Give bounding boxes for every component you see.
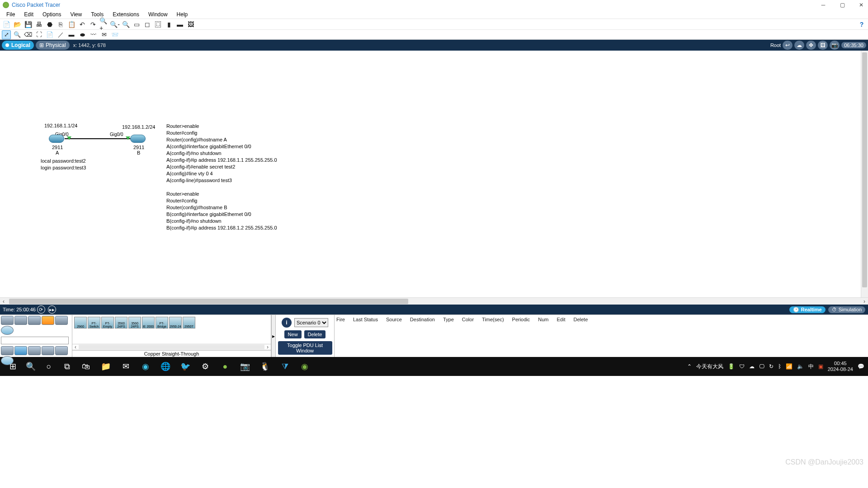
draw-square-icon[interactable]: ◻ xyxy=(143,20,152,29)
horizontal-scrollbar[interactable]: ‹ › xyxy=(0,297,868,305)
steam-icon[interactable]: ⚙ xyxy=(195,357,215,375)
loop-button-icon[interactable]: ⟳ xyxy=(37,305,45,314)
devsub-5-icon[interactable] xyxy=(55,346,68,355)
help-icon[interactable]: ? xyxy=(857,20,866,29)
select-tool-icon[interactable]: ⤢ xyxy=(2,30,11,39)
start-button-icon[interactable]: ⊞ xyxy=(4,357,22,375)
new-file-icon[interactable]: 📄 xyxy=(2,20,11,29)
close-button[interactable]: ✕ xyxy=(857,2,865,8)
simple-pdu-icon[interactable]: ✉ xyxy=(99,30,108,39)
hdr-destination[interactable]: Destination xyxy=(410,317,435,322)
model-scroll-left-icon[interactable]: ‹ xyxy=(72,344,79,350)
save-icon[interactable]: 💾 xyxy=(24,20,33,29)
fast-forward-icon[interactable]: ▸▸ xyxy=(48,305,56,314)
model-pt-empty[interactable]: PT-Empty xyxy=(101,317,114,328)
note-tool-icon[interactable]: 📄 xyxy=(45,30,54,39)
minimize-button[interactable]: ─ xyxy=(819,2,827,8)
devcat-misc1-icon[interactable] xyxy=(55,316,68,325)
logical-tab[interactable]: Logical xyxy=(2,41,34,50)
devcat-components-icon[interactable] xyxy=(28,316,41,325)
draw-rectangle-icon[interactable]: ▭ xyxy=(132,20,141,29)
hdr-periodic[interactable]: Periodic xyxy=(512,317,530,322)
nav-move-icon[interactable]: ✥ xyxy=(806,41,816,50)
router-b-icon[interactable] xyxy=(130,135,146,143)
hdr-time[interactable]: Time(sec) xyxy=(482,317,504,322)
rect-tool-icon[interactable]: ▬ xyxy=(67,30,76,39)
simulation-tab[interactable]: ⏱ Simulation xyxy=(828,306,865,313)
bluetooth-icon[interactable]: ᛒ xyxy=(778,363,781,370)
search-icon[interactable]: 🔍 xyxy=(22,357,40,375)
onedrive-icon[interactable]: ☁ xyxy=(749,363,755,370)
edge-icon[interactable]: ◉ xyxy=(136,357,156,375)
hdr-edit[interactable]: Edit xyxy=(557,317,566,322)
palette-icon-3[interactable]: 🖼 xyxy=(186,20,195,29)
devcat-connections-icon[interactable] xyxy=(42,316,54,325)
hdr-source[interactable]: Source xyxy=(386,317,402,322)
model-ie2000[interactable]: IE 2000 xyxy=(142,317,155,328)
ime-label[interactable]: 中 xyxy=(808,363,814,371)
scenario-select[interactable]: Scenario 0 xyxy=(294,318,328,327)
hdr-color[interactable]: Color xyxy=(462,317,474,322)
draw-tiled-icon[interactable]: ⿴ xyxy=(154,20,163,29)
redo-icon[interactable]: ↷ xyxy=(89,20,98,29)
ellipse-tool-icon[interactable]: ⬬ xyxy=(78,30,87,39)
realtime-tab[interactable]: 🕑 Realtime xyxy=(789,306,826,313)
menu-window[interactable]: Window xyxy=(144,11,172,18)
freeform-tool-icon[interactable]: 〰 xyxy=(89,30,98,39)
scroll-left-icon[interactable]: ‹ xyxy=(0,298,7,305)
activity-wizard-icon[interactable]: ⬣ xyxy=(45,20,54,29)
resize-tool-icon[interactable]: ⛶ xyxy=(34,30,43,39)
menu-file[interactable]: File xyxy=(2,11,19,18)
sound-icon[interactable]: 🔈 xyxy=(797,363,804,370)
physical-tab[interactable]: ⊞ Physical xyxy=(36,41,70,50)
nav-viewport-icon[interactable]: 📷 xyxy=(830,41,840,50)
wifi-icon[interactable]: 📶 xyxy=(786,363,793,370)
print-icon[interactable]: 🖶 xyxy=(34,20,43,29)
nav-back-icon[interactable]: ↩ xyxy=(783,41,793,50)
model-3560-2[interactable]: 3560 24PS xyxy=(128,317,141,328)
nav-cloud-icon[interactable]: ☁ xyxy=(794,41,804,50)
store-icon[interactable]: 🛍 xyxy=(76,357,96,375)
menu-tools[interactable]: Tools xyxy=(86,11,108,18)
updates-icon[interactable]: ↻ xyxy=(769,363,774,370)
vscode-icon[interactable]: ⧩ xyxy=(275,357,295,375)
link-line[interactable] xyxy=(65,138,132,139)
nav-bg-icon[interactable]: 🖼 xyxy=(818,41,828,50)
inspect-tool-icon[interactable]: 🔍 xyxy=(13,30,22,39)
delete-scenario-button[interactable]: Delete xyxy=(304,330,326,338)
weather-label[interactable]: 今天有大风 xyxy=(696,363,723,371)
zoom-reset-icon[interactable]: 🔍 xyxy=(121,20,130,29)
model-scroll-right-icon[interactable]: › xyxy=(264,344,271,350)
hdr-fire[interactable]: Fire xyxy=(336,317,345,322)
menu-extensions[interactable]: Extensions xyxy=(108,11,144,18)
hdr-last-status[interactable]: Last Status xyxy=(353,317,378,322)
mail-tray-icon[interactable]: 🖵 xyxy=(759,363,764,370)
palette-icon-2[interactable]: ▬ xyxy=(175,20,184,29)
workspace-canvas[interactable]: 192.168.1.1/24 192.168.1.2/24 Gig0/0 Gig… xyxy=(0,51,868,297)
mail-icon[interactable]: ✉ xyxy=(116,357,136,375)
model-3560-1[interactable]: 3560 24PS xyxy=(115,317,127,328)
menu-options[interactable]: Options xyxy=(38,11,66,18)
notifications-icon[interactable]: 💬 xyxy=(858,363,864,370)
model-2950-24[interactable]: 2950-24 xyxy=(169,317,182,328)
line-tool-icon[interactable]: ／ xyxy=(56,30,65,39)
devcat-network-icon[interactable] xyxy=(1,316,14,325)
palette-icon-1[interactable]: ▮ xyxy=(165,20,174,29)
explorer-icon[interactable]: 📁 xyxy=(96,357,116,375)
menu-help[interactable]: Help xyxy=(172,11,193,18)
toggle-pdu-button[interactable]: Toggle PDU List Window xyxy=(278,341,332,355)
model-2950t[interactable]: 2950T xyxy=(183,317,195,328)
instagram-icon[interactable]: 📷 xyxy=(235,357,255,375)
hdr-num[interactable]: Num xyxy=(538,317,548,322)
new-scenario-button[interactable]: New xyxy=(284,330,302,338)
hdr-delete[interactable]: Delete xyxy=(574,317,588,322)
model-2960[interactable]: 2960 xyxy=(74,317,87,328)
splitter-handle[interactable]: ▸ xyxy=(271,315,276,357)
taskbar-clock[interactable]: 00:45 2024-08-24 xyxy=(828,361,853,372)
router-a-icon[interactable] xyxy=(49,135,64,143)
menu-view[interactable]: View xyxy=(66,11,86,18)
app-tray-icon[interactable]: ▣ xyxy=(818,363,823,370)
device-search-input[interactable] xyxy=(1,337,69,344)
devsub-3-icon[interactable] xyxy=(28,346,41,355)
model-pt-switch[interactable]: PT-Switch xyxy=(88,317,100,328)
